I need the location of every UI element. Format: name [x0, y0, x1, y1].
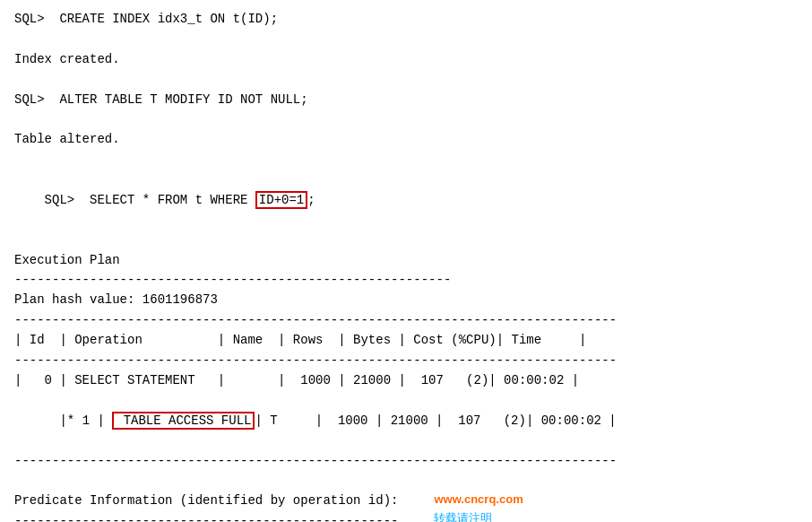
- table-sep-2: ----------------------------------------…: [14, 451, 798, 471]
- table-access-full-highlight: TABLE ACCESS FULL: [112, 412, 255, 430]
- table-data-row-0: | 0 | SELECT STATEMENT | | 1000 | 21000 …: [14, 370, 798, 390]
- sql-line-1: SQL> CREATE INDEX idx3_t ON t(ID);: [14, 9, 798, 29]
- watermark-url: www.cncrq.com: [434, 491, 523, 509]
- predicate-sep: ----------------------------------------…: [14, 511, 398, 522]
- watermark-note: 转载请注明: [434, 509, 523, 522]
- sql-select-suffix: ;: [307, 193, 315, 207]
- table-row1-prefix: |* 1 |: [59, 413, 112, 428]
- predicate-info-header: Predicate Information (identified by ope…: [14, 491, 398, 510]
- watermark: www.cncrq.com 转载请注明: [434, 491, 523, 522]
- sql-highlight-condition: ID+0=1: [255, 191, 307, 209]
- sql-select-prefix: SQL> SELECT * FROM t WHERE: [45, 193, 255, 207]
- table-header-row: | Id | Operation | Name | Rows | Bytes |…: [14, 330, 798, 350]
- plan-hash-value: Plan hash value: 1601196873: [14, 290, 798, 309]
- blank-3: [14, 109, 798, 129]
- sql-select-line: SQL> SELECT * FROM t WHERE ID+0=1;: [14, 170, 798, 230]
- table-sep-1: ----------------------------------------…: [14, 351, 798, 370]
- execution-plan-label: Execution Plan: [14, 250, 798, 270]
- blank-4: [14, 150, 798, 170]
- blank-1: [14, 29, 798, 48]
- index-created: Index created.: [14, 49, 798, 69]
- table-row1-suffix: | T | 1000 | 21000 | 107 (2)| 00:00:02 |: [255, 413, 616, 428]
- separator-2: ----------------------------------------…: [14, 310, 798, 330]
- blank-2: [14, 69, 798, 89]
- separator-1: ----------------------------------------…: [14, 270, 798, 290]
- sql-line-alter: SQL> ALTER TABLE T MODIFY ID NOT NULL;: [14, 90, 798, 109]
- table-altered: Table altered.: [14, 129, 798, 149]
- blank-6: [14, 471, 798, 491]
- blank-5: [14, 230, 798, 249]
- table-data-row-1: |* 1 | TABLE ACCESS FULL| T | 1000 | 210…: [14, 390, 798, 450]
- terminal-output: SQL> CREATE INDEX idx3_t ON t(ID); Index…: [14, 9, 798, 522]
